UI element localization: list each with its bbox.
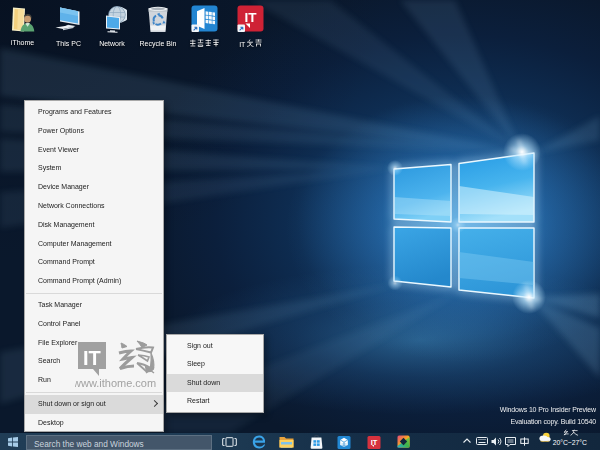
svg-text:IT: IT xyxy=(83,347,101,369)
svg-text:IT: IT xyxy=(371,437,378,446)
svg-text:www.ithome.com: www.ithome.com xyxy=(75,377,156,389)
svg-text:IT: IT xyxy=(245,10,258,25)
